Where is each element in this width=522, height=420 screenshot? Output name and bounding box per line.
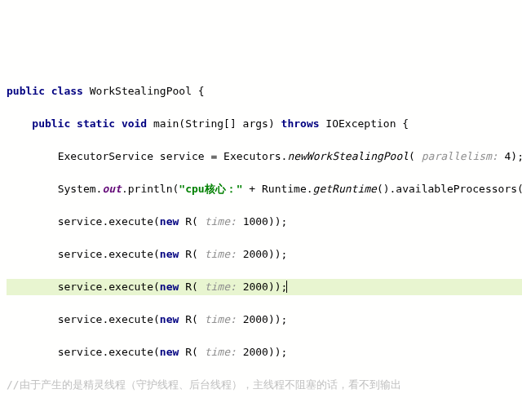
code-line: service.execute(new R( time: 1000));: [7, 214, 522, 230]
comment: //由于产生的是精灵线程（守护线程、后台线程），主线程不阻塞的话，看不到输出: [7, 378, 401, 391]
parameter-hint: time:: [198, 215, 243, 228]
code-line: service.execute(new R( time: 2000));: [7, 312, 522, 328]
code-editor[interactable]: public class WorkStealingPool { public s…: [0, 65, 522, 420]
code-line: service.execute(new R( time: 2000));: [7, 344, 522, 360]
code-line: System.out.println("cpu核心：" + Runtime.ge…: [7, 181, 522, 197]
parameter-hint: time:: [198, 346, 243, 358]
parameter-hint: time:: [198, 281, 243, 293]
parameter-hint: time:: [198, 248, 243, 260]
code-line-active: service.execute(new R( time: 2000));: [7, 279, 522, 295]
parameter-hint: parallelism:: [415, 150, 505, 162]
code-line: public static void main(String[] args) t…: [7, 116, 522, 132]
parameter-hint: time:: [198, 313, 243, 325]
code-line: [7, 409, 522, 420]
code-line: public class WorkStealingPool {: [7, 83, 522, 99]
code-line: //由于产生的是精灵线程（守护线程、后台线程），主线程不阻塞的话，看不到输出: [7, 377, 522, 393]
code-line: ExecutorService service = Executors.newW…: [7, 148, 522, 165]
code-line: service.execute(new R( time: 2000));: [7, 246, 522, 263]
